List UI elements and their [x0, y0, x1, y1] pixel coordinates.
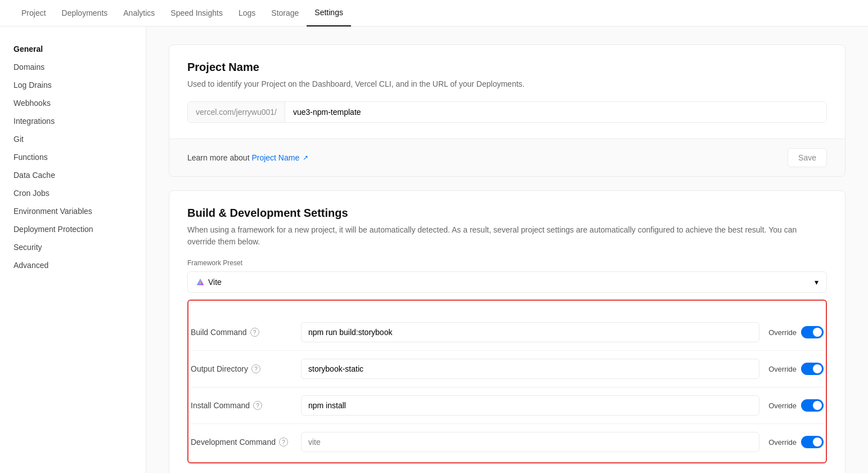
dev-command-row: Development Command ? Override: [191, 423, 824, 460]
install-command-label: Install Command ?: [191, 401, 292, 410]
output-directory-input[interactable]: [301, 359, 759, 379]
main-layout: General Domains Log Drains Webhooks Inte…: [0, 26, 868, 473]
project-name-footer-text: Learn more about Project Name ↗: [187, 153, 308, 162]
build-settings-rows: Build Command ? Override: [191, 314, 824, 460]
dev-command-input[interactable]: [301, 432, 759, 452]
build-settings-title: Build & Development Settings: [187, 207, 827, 220]
install-command-input-wrap: [301, 395, 759, 416]
nav-item-logs[interactable]: Logs: [231, 0, 263, 26]
output-directory-input-wrap: [301, 359, 759, 379]
build-command-override-label: Override: [768, 328, 797, 337]
install-command-toggle[interactable]: [801, 399, 824, 412]
framework-preset-value: Vite: [208, 278, 222, 287]
nav-item-storage[interactable]: Storage: [263, 0, 307, 26]
dev-command-help-icon[interactable]: ?: [279, 438, 288, 447]
project-name-card: Project Name Used to identify your Proje…: [169, 44, 845, 177]
sidebar: General Domains Log Drains Webhooks Inte…: [0, 26, 146, 473]
output-directory-toggle[interactable]: [801, 363, 824, 375]
output-directory-override-label: Override: [768, 365, 797, 373]
framework-preset-label: Framework Preset: [187, 259, 827, 267]
project-name-input[interactable]: [285, 102, 826, 122]
project-name-title: Project Name: [187, 61, 827, 74]
external-link-icon: ↗: [303, 154, 308, 162]
build-command-input-wrap: [301, 322, 759, 342]
sidebar-item-deployment-protection[interactable]: Deployment Protection: [0, 220, 146, 238]
nav-item-analytics[interactable]: Analytics: [115, 0, 163, 26]
build-command-input[interactable]: [301, 322, 759, 342]
build-command-row: Build Command ? Override: [191, 314, 824, 350]
project-name-learn-more-link[interactable]: Project Name ↗: [251, 153, 308, 162]
project-name-prefix: vercel.com/jerrywu001/: [188, 102, 285, 122]
install-command-row: Install Command ? Override: [191, 387, 824, 423]
dev-command-override-label: Override: [768, 438, 797, 447]
dev-command-toggle[interactable]: [801, 436, 824, 448]
vite-icon: [196, 278, 205, 287]
sidebar-item-env-vars[interactable]: Environment Variables: [0, 202, 146, 220]
nav-item-deployments[interactable]: Deployments: [54, 0, 116, 26]
sidebar-item-general[interactable]: General: [0, 40, 146, 58]
project-name-input-group: vercel.com/jerrywu001/: [187, 101, 827, 123]
project-name-save-button[interactable]: Save: [788, 148, 827, 167]
build-command-toggle[interactable]: [801, 326, 824, 338]
project-name-footer: Learn more about Project Name ↗ Save: [169, 139, 845, 176]
output-directory-help-icon[interactable]: ?: [251, 364, 260, 373]
build-command-label: Build Command ?: [191, 328, 292, 337]
install-command-input[interactable]: [301, 395, 759, 416]
sidebar-item-data-cache[interactable]: Data Cache: [0, 166, 146, 184]
sidebar-item-integrations[interactable]: Integrations: [0, 112, 146, 130]
dev-command-label: Development Command ?: [191, 438, 292, 447]
sidebar-item-cron-jobs[interactable]: Cron Jobs: [0, 184, 146, 202]
chevron-down-icon: ▾: [815, 278, 818, 287]
build-command-override: Override: [768, 326, 824, 338]
install-command-override-label: Override: [768, 401, 797, 410]
output-directory-row: Output Directory ? Override: [191, 350, 824, 387]
sidebar-item-git[interactable]: Git: [0, 130, 146, 148]
nav-item-speed-insights[interactable]: Speed Insights: [163, 0, 231, 26]
dev-command-input-wrap: [301, 432, 759, 452]
build-command-help-icon[interactable]: ?: [250, 328, 259, 337]
sidebar-item-webhooks[interactable]: Webhooks: [0, 94, 146, 112]
nav-item-project[interactable]: Project: [14, 0, 54, 26]
install-command-override: Override: [768, 399, 824, 412]
framework-value-display: Vite: [196, 278, 222, 287]
output-directory-override: Override: [768, 363, 824, 375]
dev-command-override: Override: [768, 436, 824, 448]
build-commands-highlighted: Build Command ? Override: [187, 300, 827, 463]
framework-preset-select[interactable]: Vite ▾: [187, 271, 827, 293]
sidebar-item-log-drains[interactable]: Log Drains: [0, 76, 146, 94]
build-settings-card: Build & Development Settings When using …: [169, 190, 845, 473]
sidebar-item-functions[interactable]: Functions: [0, 148, 146, 166]
top-nav: Project Deployments Analytics Speed Insi…: [0, 0, 868, 26]
nav-item-settings[interactable]: Settings: [307, 0, 351, 26]
project-name-description: Used to identify your Project on the Das…: [187, 78, 827, 90]
install-command-help-icon[interactable]: ?: [253, 401, 262, 410]
output-directory-label: Output Directory ?: [191, 364, 292, 373]
main-content: Project Name Used to identify your Proje…: [146, 26, 868, 473]
build-settings-description: When using a framework for a new project…: [187, 224, 827, 248]
sidebar-item-domains[interactable]: Domains: [0, 58, 146, 76]
sidebar-item-security[interactable]: Security: [0, 238, 146, 256]
sidebar-item-advanced[interactable]: Advanced: [0, 256, 146, 274]
